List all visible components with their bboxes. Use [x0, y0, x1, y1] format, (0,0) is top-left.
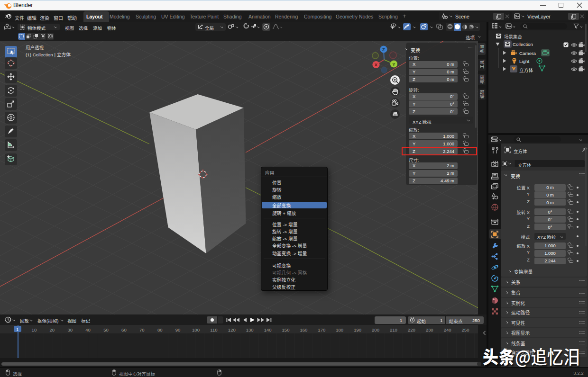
svg-text:Z: Z: [382, 47, 385, 52]
svg-text:X: X: [375, 62, 378, 67]
svg-text:Y: Y: [392, 62, 395, 67]
